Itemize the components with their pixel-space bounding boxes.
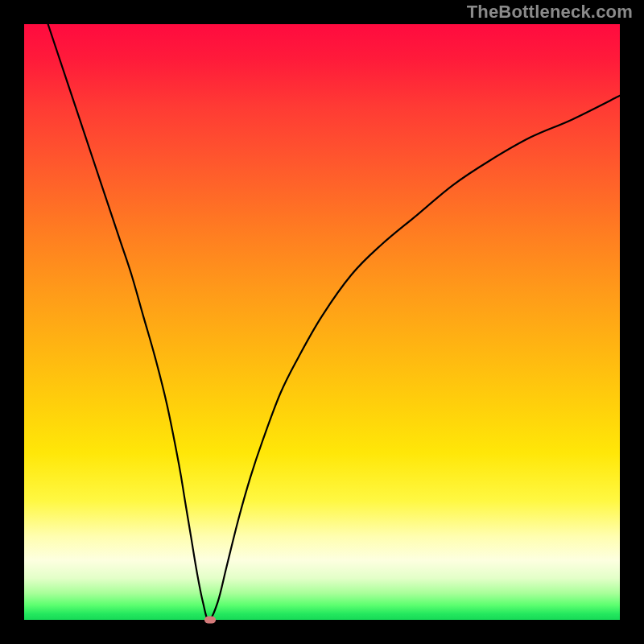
watermark-text: TheBottleneck.com (467, 2, 633, 23)
bottleneck-curve-svg (24, 24, 620, 620)
chart-frame: TheBottleneck.com (0, 0, 644, 644)
minimum-marker (204, 617, 216, 624)
bottleneck-curve-path (48, 24, 620, 620)
